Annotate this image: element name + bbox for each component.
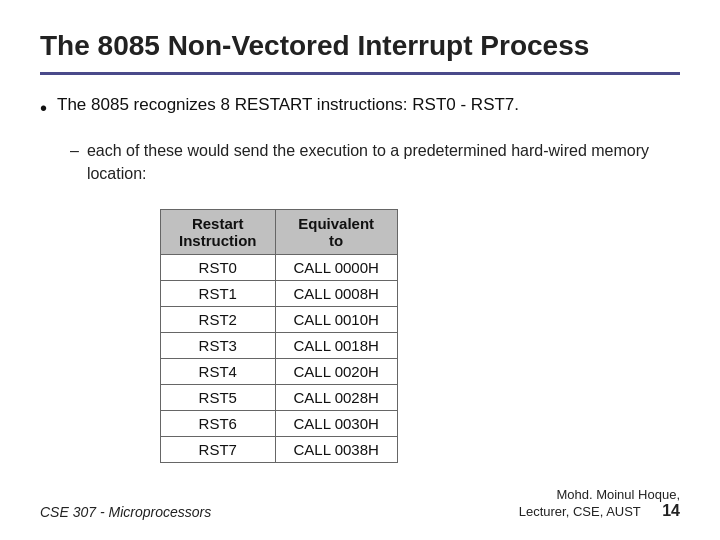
rst-call-cell: CALL 0008H: [275, 281, 397, 307]
footer-page-number: 14: [662, 502, 680, 519]
table-row: RST1CALL 0008H: [161, 281, 398, 307]
table-row: RST7CALL 0038H: [161, 437, 398, 463]
rst-table-container: RestartInstruction Equivalentto RST0CALL…: [160, 209, 680, 463]
rst-instruction-cell: RST2: [161, 307, 276, 333]
table-row: RST5CALL 0028H: [161, 385, 398, 411]
table-row: RST2CALL 0010H: [161, 307, 398, 333]
rst-instruction-cell: RST7: [161, 437, 276, 463]
slide-footer: CSE 307 - Microprocessors Mohd. Moinul H…: [40, 487, 680, 520]
table-row: RST3CALL 0018H: [161, 333, 398, 359]
sub-bullet-text: each of these would send the execution t…: [87, 139, 680, 185]
slide: The 8085 Non-Vectored Interrupt Process …: [0, 0, 720, 540]
col-header-instruction: RestartInstruction: [161, 210, 276, 255]
main-bullet: • The 8085 recognizes 8 RESTART instruct…: [40, 93, 680, 123]
rst-instruction-cell: RST6: [161, 411, 276, 437]
rst-table: RestartInstruction Equivalentto RST0CALL…: [160, 209, 398, 463]
footer-course: CSE 307 - Microprocessors: [40, 504, 211, 520]
table-header-row: RestartInstruction Equivalentto: [161, 210, 398, 255]
rst-instruction-cell: RST3: [161, 333, 276, 359]
rst-call-cell: CALL 0000H: [275, 255, 397, 281]
col-header-equivalent: Equivalentto: [275, 210, 397, 255]
table-row: RST4CALL 0020H: [161, 359, 398, 385]
slide-title: The 8085 Non-Vectored Interrupt Process: [40, 30, 680, 62]
rst-instruction-cell: RST0: [161, 255, 276, 281]
footer-right: Mohd. Moinul Hoque, Lecturer, CSE, AUST …: [519, 487, 680, 520]
rst-instruction-cell: RST5: [161, 385, 276, 411]
footer-author-line1: Mohd. Moinul Hoque,: [556, 487, 680, 502]
rst-call-cell: CALL 0020H: [275, 359, 397, 385]
bullet-icon: •: [40, 94, 47, 123]
rst-call-cell: CALL 0028H: [275, 385, 397, 411]
rst-instruction-cell: RST1: [161, 281, 276, 307]
title-divider: [40, 72, 680, 75]
dash-icon: –: [70, 139, 79, 185]
table-row: RST0CALL 0000H: [161, 255, 398, 281]
footer-author-line2: Lecturer, CSE, AUST: [519, 504, 641, 519]
sub-bullet: – each of these would send the execution…: [70, 139, 680, 185]
content-area: • The 8085 recognizes 8 RESTART instruct…: [40, 93, 680, 475]
rst-call-cell: CALL 0018H: [275, 333, 397, 359]
rst-call-cell: CALL 0010H: [275, 307, 397, 333]
rst-call-cell: CALL 0030H: [275, 411, 397, 437]
table-row: RST6CALL 0030H: [161, 411, 398, 437]
rst-call-cell: CALL 0038H: [275, 437, 397, 463]
rst-instruction-cell: RST4: [161, 359, 276, 385]
bullet-text: The 8085 recognizes 8 RESTART instructio…: [57, 93, 519, 118]
